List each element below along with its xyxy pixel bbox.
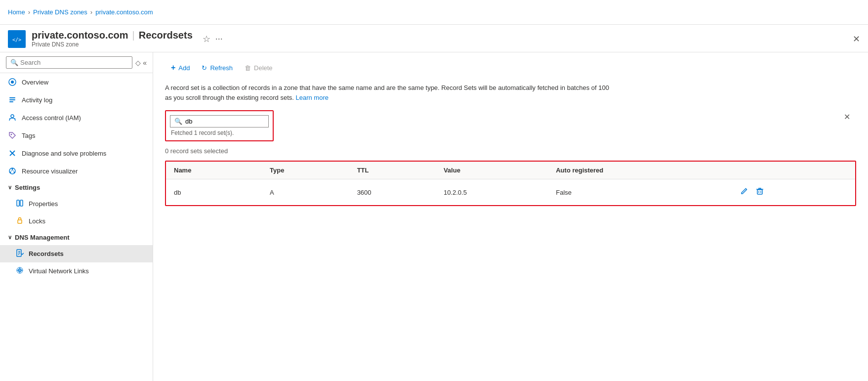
sidebar-item-diagnose[interactable]: Diagnose and solve problems [0,144,153,162]
svg-point-7 [11,115,14,118]
svg-point-3 [11,81,14,84]
sidebar-item-activity-log-label: Activity log [22,96,52,104]
settings-section-label: Settings [15,184,40,191]
resource-title-block: private.contoso.com | Recordsets Private… [32,30,193,48]
sidebar-nav: Overview Activity log Access control (IA… [0,73,153,381]
sidebar-item-resource-visualizer[interactable]: Resource visualizer [0,162,153,180]
col-auto-registered: Auto registered [548,162,730,179]
breadcrumb-sep1: › [28,8,30,16]
svg-rect-30 [757,190,762,194]
settings-section-header[interactable]: ∨ Settings [0,180,153,195]
dns-management-section-header[interactable]: ∨ DNS Management [0,230,153,245]
sidebar-item-recordsets-label: Recordsets [29,250,64,257]
cell-ttl: 3600 [349,179,436,206]
title-separator: | [132,30,135,41]
sidebar-item-locks-label: Locks [29,217,45,225]
sidebar-item-tags[interactable]: Tags [0,127,153,144]
svg-rect-5 [9,99,15,100]
sidebar-item-virtual-network-links[interactable]: Virtual Network Links [0,262,153,280]
refresh-button[interactable]: ↻ Refresh [196,61,239,75]
sidebar-item-overview[interactable]: Overview [0,73,153,91]
breadcrumb: Home › Private DNS zones › private.conto… [8,8,153,16]
sidebar-item-locks[interactable]: Locks [0,212,153,230]
sidebar-item-activity-log[interactable]: Activity log [0,91,153,109]
add-label: Add [178,64,190,72]
properties-icon [16,199,24,209]
cell-value: 10.2.0.5 [436,179,548,206]
learn-more-link[interactable]: Learn more [295,94,328,101]
sidebar-item-resource-visualizer-label: Resource visualizer [22,168,78,175]
resource-visualizer-icon [8,167,17,175]
content-area: + Add ↻ Refresh 🗑 Delete A record set is… [153,52,868,381]
breadcrumb-resource[interactable]: private.contoso.com [95,8,153,16]
toolbar: + Add ↻ Refresh 🗑 Delete [165,60,856,75]
activity-log-icon [8,95,17,104]
sidebar-icons: ◇ « [135,59,147,67]
svg-line-18 [12,170,14,172]
favorite-icon[interactable]: ☆ [203,34,210,44]
svg-point-10 [11,134,12,135]
sidebar-item-recordsets[interactable]: Recordsets [0,245,153,262]
delete-button[interactable]: 🗑 Delete [239,61,279,75]
col-type: Type [262,162,349,179]
filter-input[interactable] [185,118,259,125]
svg-point-15 [10,172,11,173]
svg-point-9 [9,118,10,119]
collapse-icon[interactable]: « [143,59,147,67]
search-input[interactable] [20,59,128,66]
delete-label: Delete [254,64,273,72]
vnlinks-icon [16,266,24,276]
more-options-icon[interactable]: ··· [215,34,223,44]
records-selected-text: 0 record sets selected [165,147,856,155]
page-title: Recordsets [139,30,193,41]
edit-button[interactable] [738,185,750,199]
col-actions [730,162,855,179]
header-actions: ☆ ··· [203,34,223,44]
refresh-icon: ↻ [202,64,207,72]
filter-status: Fetched 1 record set(s). [170,129,269,136]
records-table-wrapper: Name Type TTL Value Auto registered db A… [165,161,856,206]
sidebar-item-access-control[interactable]: Access control (IAM) [0,109,153,127]
col-name: Name [166,162,262,179]
sidebar-item-diagnose-label: Diagnose and solve problems [22,150,106,157]
svg-point-14 [12,169,13,170]
search-icon: 🔍 [10,59,18,66]
description-text: A record set is a collection of records … [165,83,610,102]
diamond-icon[interactable]: ◇ [135,59,141,67]
breadcrumb-bar: Home › Private DNS zones › private.conto… [0,0,868,25]
table-row: db A 3600 10.2.0.5 False [166,179,855,206]
svg-rect-19 [17,200,19,206]
add-button[interactable]: + Add [165,60,196,75]
cell-name: db [166,179,262,206]
resource-name: private.contoso.com [32,30,128,41]
filter-container: 🔍 Fetched 1 record set(s). [165,110,274,141]
close-button[interactable]: ✕ [853,34,860,44]
svg-point-16 [14,172,15,173]
add-icon: + [171,63,175,72]
breadcrumb-private-dns-zones[interactable]: Private DNS zones [33,8,87,16]
recordsets-icon [16,249,24,258]
delete-icon: 🗑 [245,64,251,72]
col-value: Value [436,162,548,179]
tags-icon [8,131,17,140]
dns-section-label: DNS Management [15,234,70,241]
sidebar-item-vnlinks-label: Virtual Network Links [29,267,89,275]
access-control-icon [8,113,17,122]
locks-icon [16,216,24,226]
sidebar-item-properties[interactable]: Properties [0,195,153,212]
cell-auto-registered: False [548,179,730,206]
breadcrumb-home[interactable]: Home [8,8,25,16]
sidebar-item-tags-label: Tags [22,132,35,139]
records-table: Name Type TTL Value Auto registered db A… [166,162,855,205]
svg-rect-4 [9,97,15,98]
col-ttl: TTL [349,162,436,179]
refresh-label: Refresh [210,64,233,72]
clear-filter-button[interactable]: ✕ [838,110,856,124]
sidebar-search-area: 🔍 ◇ « [0,52,153,73]
dns-chevron-icon: ∨ [8,234,12,241]
resource-header: </> private.contoso.com | Recordsets Pri… [0,25,868,52]
row-delete-button[interactable] [754,185,766,199]
search-input-wrapper: 🔍 [6,56,132,69]
svg-rect-6 [9,101,13,102]
cell-type: A [262,179,349,206]
